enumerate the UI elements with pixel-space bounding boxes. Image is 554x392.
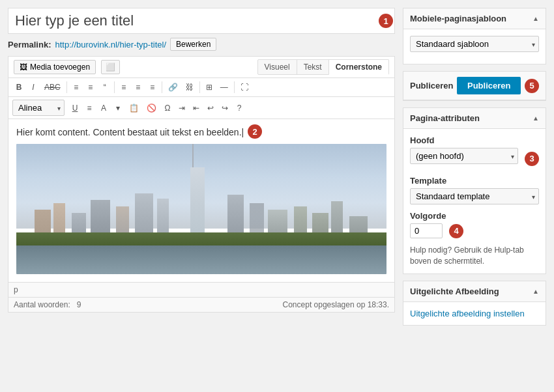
ul-button[interactable]: ≡ [70, 81, 83, 94]
toolbar-sep-4 [199, 81, 200, 93]
badge-1: 1 [379, 14, 393, 28]
editor-footer: p [8, 282, 394, 297]
tab-cornerstone[interactable]: Cornerstone [328, 59, 389, 75]
freedom-tower-spire [192, 144, 194, 167]
title-input[interactable] [15, 12, 388, 29]
dash-button[interactable]: — [217, 81, 231, 94]
badge-3: 3 [525, 152, 539, 166]
indent-button[interactable]: ⇥ [175, 102, 188, 115]
media-icon: 🖼 [20, 63, 27, 72]
editor-tag: p [14, 285, 18, 294]
strikethrough-button[interactable]: ABC [41, 81, 64, 94]
mobile-template-toggle: ▲ [532, 15, 539, 22]
publish-panel: Publiceren Publiceren 5 [403, 71, 546, 101]
publish-header: Publiceren Publiceren 5 [403, 72, 546, 100]
italic-button[interactable]: I [27, 81, 40, 94]
featured-image-body: Uitgelichte afbeelding instellen [403, 302, 546, 325]
special-char-button[interactable]: Ω [161, 102, 174, 115]
align-right-button[interactable]: ≡ [146, 81, 159, 94]
format-select[interactable]: Alinea Kop 1 Kop 2 [12, 100, 65, 116]
publish-button[interactable]: Publiceren [457, 77, 521, 94]
permalink-link[interactable]: http://burovink.nl/hier-typ-titel/ [55, 40, 166, 49]
text-color-button[interactable]: A [97, 102, 110, 115]
sidebar-column: Mobiele-paginasjabloon ▲ Standaard sjabl… [403, 8, 546, 332]
editor-box: 🖼 Media toevoegen ⬜ Visueel Tekst Corner… [8, 56, 395, 298]
mobile-template-panel: Mobiele-paginasjabloon ▲ Standaard sjabl… [403, 8, 546, 64]
help-text: Hulp nodig? Gebruik de Hulp-tab boven de… [410, 245, 539, 267]
mobile-template-body: Standaard sjabloon Volledig scherm Geen … [403, 29, 546, 64]
unlink-button[interactable]: ⛓ [182, 81, 197, 94]
template-field: Template Standaard template Volledig bre… [410, 176, 539, 204]
editor-top-bar: 🖼 Media toevoegen ⬜ Visueel Tekst Corner… [8, 57, 394, 78]
hoofd-field: Hoofd (geen hoofd) Startpagina Over ons … [410, 135, 539, 169]
underline-button[interactable]: U [68, 102, 81, 115]
word-count-area: Aantal woorden: 9 [14, 300, 81, 309]
bewerken-button[interactable]: Bewerken [170, 38, 216, 51]
tab-visueel[interactable]: Visueel [257, 59, 297, 75]
featured-image-title: Uitgelichte Afbeelding [410, 287, 499, 296]
hoofd-select[interactable]: (geen hoofd) Startpagina Over ons [410, 148, 518, 164]
toolbar-row-2: Alinea Kop 1 Kop 2 ▾ U ≡ A ▾ 📋 🚫 Ω ⇥ ⇤ ↩… [8, 97, 394, 119]
page-attributes-panel: Pagina-attributen ▲ Hoofd (geen hoofd) S… [403, 107, 546, 274]
volgorde-input[interactable] [410, 223, 443, 238]
page-attributes-header[interactable]: Pagina-attributen ▲ [403, 108, 546, 129]
word-count-label: Aantal woorden: [14, 300, 70, 309]
foreground-green [16, 232, 386, 245]
badge-4: 4 [449, 224, 463, 238]
help-button[interactable]: ? [233, 102, 246, 115]
permalink-row: Permalink: http://burovink.nl/hier-typ-t… [8, 38, 395, 51]
save-status: Concept opgeslagen op 18:33. [283, 300, 389, 309]
hoofd-label: Hoofd [410, 135, 539, 145]
skyline-image [16, 144, 386, 274]
featured-image-toggle: ▲ [532, 288, 539, 295]
mobile-template-header[interactable]: Mobiele-paginasjabloon ▲ [403, 8, 546, 29]
tab-tekst[interactable]: Tekst [297, 59, 329, 75]
link-button[interactable]: 🔗 [165, 81, 181, 94]
title-box: 1 [8, 8, 395, 34]
featured-image-panel: Uitgelichte Afbeelding ▲ Uitgelichte afb… [403, 281, 546, 326]
media-button-label: Media toevoegen [30, 63, 90, 72]
volgorde-label: Volgorde [410, 211, 539, 221]
redo-button[interactable]: ↪ [218, 102, 231, 115]
editor-tabs: Visueel Tekst Cornerstone [258, 59, 390, 75]
text-color-dropdown[interactable]: ▾ [111, 102, 124, 115]
page-attributes-body: Hoofd (geen hoofd) Startpagina Over ons … [403, 129, 546, 273]
outdent-button[interactable]: ⇤ [190, 102, 203, 115]
table-button[interactable]: ⊞ [203, 81, 216, 94]
paste-button[interactable]: 📋 [126, 102, 142, 115]
permalink-label: Permalink: [8, 40, 51, 49]
undo-button[interactable]: ↩ [204, 102, 217, 115]
badge-5: 5 [525, 79, 539, 93]
main-column: 1 Permalink: http://burovink.nl/hier-typ… [8, 8, 395, 332]
cursor: | [242, 127, 244, 137]
template-select[interactable]: Standaard template Volledig breedte Land… [410, 188, 539, 204]
page-attributes-toggle: ▲ [532, 115, 539, 122]
clear-format-button[interactable]: 🚫 [143, 102, 160, 115]
mobile-template-select[interactable]: Standaard sjabloon Volledig scherm Geen … [410, 36, 539, 52]
blockquote-button[interactable]: “ [98, 81, 111, 94]
add-icon-button[interactable]: ⬜ [101, 60, 120, 74]
editor-content[interactable]: Hier komt content. Content bestaat uit t… [8, 119, 394, 282]
badge-2: 2 [248, 124, 262, 139]
status-bar: Aantal woorden: 9 Concept opgeslagen op … [8, 298, 395, 313]
featured-image-header[interactable]: Uitgelichte Afbeelding ▲ [403, 281, 546, 302]
toolbar-sep-3 [162, 81, 162, 93]
ol-button[interactable]: ≡ [84, 81, 97, 94]
align-left-button[interactable]: ≡ [117, 81, 130, 94]
justify-button[interactable]: ≡ [83, 102, 96, 115]
page-attributes-title: Pagina-attributen [410, 113, 480, 123]
bold-button[interactable]: B [12, 81, 25, 94]
toolbar-sep-1 [66, 81, 67, 93]
featured-image-link[interactable]: Uitgelichte afbeelding instellen [410, 309, 525, 318]
toolbar-sep-2 [114, 81, 115, 93]
editor-text-content: Hier komt content. Content bestaat uit t… [16, 127, 242, 137]
toolbar-sep-5 [234, 81, 235, 93]
water-layer [16, 245, 386, 274]
fullscreen-button[interactable]: ⛶ [237, 81, 252, 94]
media-button[interactable]: 🖼 Media toevoegen [14, 60, 96, 74]
word-count-value: 9 [77, 300, 81, 309]
publish-title: Publiceren [410, 81, 453, 91]
volgorde-field: Volgorde 4 [410, 211, 539, 238]
align-center-button[interactable]: ≡ [132, 81, 145, 94]
buildings-layer [16, 174, 386, 245]
